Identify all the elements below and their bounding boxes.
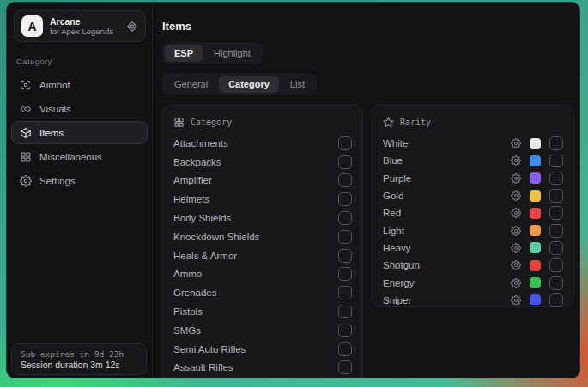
view-tab-group: GeneralCategoryList xyxy=(162,73,317,95)
checkbox-unchecked[interactable] xyxy=(338,286,352,299)
checkbox-unchecked[interactable] xyxy=(338,267,352,281)
category-panel-title: Category xyxy=(191,118,232,127)
page-title: Items xyxy=(162,20,574,33)
brand-subtitle: for Apex Legends xyxy=(50,27,119,36)
tab-category[interactable]: Category xyxy=(219,76,279,93)
main-content: Items ESPHighlight GeneralCategoryList C… xyxy=(153,3,580,378)
checkbox-unchecked[interactable] xyxy=(338,155,352,169)
category-row-label: SMGs xyxy=(173,325,338,336)
category-row-label: Assault Rifles xyxy=(173,362,338,372)
checkbox-unchecked[interactable] xyxy=(338,249,352,263)
color-swatch[interactable] xyxy=(530,225,541,236)
category-row: Semi Auto Rifles xyxy=(173,340,352,359)
category-row-label: Heals & Armor xyxy=(173,251,338,261)
color-swatch[interactable] xyxy=(530,242,541,253)
gear-icon[interactable] xyxy=(511,208,521,218)
rarity-panel: Rarity WhiteBluePurpleGoldRedLightHeavyS… xyxy=(372,105,574,307)
gear-icon[interactable] xyxy=(511,278,521,288)
gear-icon[interactable] xyxy=(511,173,521,184)
sidebar-item-items[interactable]: Items xyxy=(11,121,148,144)
checkbox-unchecked[interactable] xyxy=(338,360,352,374)
rarity-row: Red xyxy=(383,204,563,221)
gear-icon[interactable] xyxy=(511,190,521,201)
checkbox-unchecked[interactable] xyxy=(338,342,352,356)
sidebar-item-miscellaneous[interactable]: Miscellaneous xyxy=(11,145,148,168)
checkbox-unchecked[interactable] xyxy=(549,206,563,220)
checkbox-unchecked[interactable] xyxy=(338,324,352,337)
sidebar-item-label: Aimbot xyxy=(39,80,70,90)
checkbox-unchecked[interactable] xyxy=(338,136,352,150)
sidebar: A Arcane for Apex Legends Category Aimbo… xyxy=(7,3,153,378)
category-row-label: Attachments xyxy=(173,138,338,148)
category-row: LMGs xyxy=(173,377,352,378)
gear-icon[interactable] xyxy=(511,226,521,236)
gear-icon[interactable] xyxy=(511,138,521,148)
category-row: Attachments xyxy=(173,134,352,153)
color-swatch[interactable] xyxy=(530,172,541,184)
color-swatch[interactable] xyxy=(530,277,541,288)
checkbox-unchecked[interactable] xyxy=(338,211,352,225)
gear-icon[interactable] xyxy=(511,260,521,270)
sidebar-item-settings[interactable]: Settings xyxy=(11,169,148,192)
rarity-row: Sniper xyxy=(383,292,563,309)
tab-general[interactable]: General xyxy=(165,76,217,93)
color-swatch[interactable] xyxy=(530,138,541,149)
category-row-label: Knockdown Shields xyxy=(173,232,338,242)
brand-logo: A xyxy=(21,15,43,37)
target-diamond-icon[interactable] xyxy=(126,21,138,33)
checkbox-unchecked[interactable] xyxy=(549,224,563,238)
rarity-row: Shotgun xyxy=(383,257,563,274)
checkbox-unchecked[interactable] xyxy=(549,276,563,290)
color-swatch[interactable] xyxy=(530,190,541,202)
checkbox-unchecked[interactable] xyxy=(549,136,563,150)
rarity-row: Purple xyxy=(383,170,563,187)
rarity-row-label: Purple xyxy=(383,173,502,184)
checkbox-unchecked[interactable] xyxy=(549,189,563,203)
brand-card: A Arcane for Apex Legends xyxy=(14,10,146,42)
category-row: Body Shields xyxy=(173,209,352,227)
color-swatch[interactable] xyxy=(530,260,541,271)
color-swatch[interactable] xyxy=(530,294,541,305)
category-panel: Category AttachmentsBackpacksAmplifierHe… xyxy=(162,105,363,378)
category-row-label: Semi Auto Rifles xyxy=(173,344,338,354)
color-swatch[interactable] xyxy=(530,208,541,219)
sub-expires-text: Sub expires in 9d 23h xyxy=(21,349,137,359)
items-box-icon xyxy=(20,127,32,139)
tab-list[interactable]: List xyxy=(281,76,314,93)
category-row: Knockdown Shields xyxy=(173,227,352,246)
color-swatch[interactable] xyxy=(530,155,541,166)
tab-highlight[interactable]: Highlight xyxy=(204,45,260,62)
sidebar-item-aimbot[interactable]: Aimbot xyxy=(11,73,148,96)
checkbox-unchecked[interactable] xyxy=(338,230,352,244)
checkbox-unchecked[interactable] xyxy=(549,293,563,307)
sidebar-item-label: Settings xyxy=(39,176,76,186)
sidebar-section-label: Category xyxy=(16,57,152,66)
category-row-label: Body Shields xyxy=(173,213,338,223)
gear-icon[interactable] xyxy=(511,243,521,253)
gear-icon[interactable] xyxy=(511,155,521,166)
rarity-row: Heavy xyxy=(383,239,563,257)
checkbox-unchecked[interactable] xyxy=(549,172,563,185)
rarity-row: Blue xyxy=(383,152,563,169)
checkbox-unchecked[interactable] xyxy=(338,173,352,187)
rarity-row: Light xyxy=(383,221,563,239)
category-row: Amplifier xyxy=(173,172,352,190)
checkbox-unchecked[interactable] xyxy=(549,154,563,167)
rarity-row-label: Gold xyxy=(383,190,502,201)
checkbox-unchecked[interactable] xyxy=(338,305,352,318)
gear-icon[interactable] xyxy=(511,295,521,305)
category-row: Assault Rifles xyxy=(173,359,352,378)
tab-esp[interactable]: ESP xyxy=(165,45,203,62)
checkbox-unchecked[interactable] xyxy=(549,241,563,255)
checkbox-unchecked[interactable] xyxy=(338,192,352,206)
sidebar-nav: AimbotVisualsItemsMiscellaneousSettings xyxy=(11,73,148,192)
category-row: Grenades xyxy=(173,283,352,302)
sidebar-item-visuals[interactable]: Visuals xyxy=(11,97,148,120)
checkbox-unchecked[interactable] xyxy=(549,258,563,272)
rarity-row-label: Sniper xyxy=(383,295,502,305)
rarity-row: Energy xyxy=(383,274,563,291)
category-row: Ammo xyxy=(173,265,352,284)
rarity-row-label: Shotgun xyxy=(383,260,502,270)
sidebar-item-label: Miscellaneous xyxy=(39,152,102,162)
rarity-row-label: Blue xyxy=(383,155,502,166)
